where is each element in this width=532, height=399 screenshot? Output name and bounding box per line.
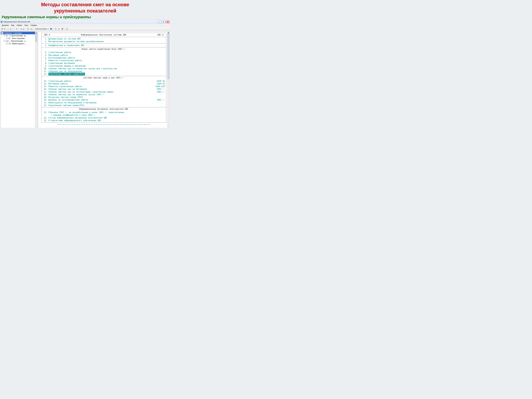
svg-point-12 [55,28,56,29]
scroll-up-icon[interactable]: ▴ [167,32,170,33]
main-scrollbar-v[interactable]: ▴ ▾ [167,32,170,128]
close-button[interactable] [166,20,170,23]
block5-title: Информационные материалы пользователя АВ… [42,107,166,111]
svg-text:Fx: Fx [2,28,3,30]
chevron-down-icon[interactable]: ▾ [10,28,11,30]
folder-icon[interactable] [57,27,61,30]
tree-item[interactable]: +8. Конструкции… [1,37,37,40]
svg-rect-3 [163,21,164,22]
tree-expand-icon[interactable]: + [6,37,8,39]
doc-item[interactable]: 4.Строительные работы [43,51,165,54]
doc-item[interactable]: 18.Сборник сметных цен на перевозки груз… [43,93,165,96]
search-icon[interactable] [54,27,57,30]
svg-rect-8 [23,29,24,30]
slide-title: Методы составления смет на основе укрупн… [0,2,170,14]
titlebar: A Информационное обеспечение АВС [0,20,170,24]
main-header: АВС-4 Информационное обеспечение системы… [42,33,166,37]
app-window: A Информационное обеспечение АВС Докумен… [0,20,170,128]
window-title: Информационное обеспечение АВС [3,21,157,23]
svg-text:A: A [1,21,2,23]
doc-item[interactable]: 6.Пусконаладочные работы [43,57,165,59]
sidebar-scrollbar-v[interactable]: ▴ ▾ [35,32,37,128]
minimize-button[interactable] [157,20,161,23]
doc-item[interactable]: 10.Сборник сметных цен на перевозки груз… [43,67,165,70]
scrollbar-thumb[interactable] [35,33,37,42]
menu-справка[interactable]: Справка [30,24,38,27]
slide-subtitle: Укрупненные сметные нормы и прейскуранты [1,15,170,19]
doc-item[interactable]: 25.О подсистеме информационного обеспече… [43,119,165,122]
scroll-up-icon[interactable]: ▴ [35,32,37,33]
chevron-down-icon[interactable]: ▾ [4,28,5,30]
doc-item[interactable]: 15.Ремонтно-строительные работыСНиР-91Р [43,85,165,88]
chevron-down-icon[interactable]: ▾ [16,28,17,30]
exit-icon[interactable] [66,27,69,30]
doc-item[interactable]: 20.Ценники на пусконаладочные работы1991… [43,99,165,101]
footer-separator: =-=-=-=-=-=-=-=-=-=-=-=-=-=-=-=-=-=-=-=-… [41,123,166,126]
svg-point-9 [27,28,29,29]
scroll-down-icon[interactable]: ▾ [167,127,170,128]
doc-item[interactable]: 3.Кодификаторы и справочники АВС [43,44,165,47]
menubar: ДокументВидСервисОкноСправка [0,24,170,27]
chevron-down-icon[interactable]: ▾ [21,28,22,30]
main-panel: АВС-4 Информационное обеспечение системы… [38,32,170,128]
document-icon[interactable]: Fx [1,27,4,30]
region-label: Сметный район: 1 [35,28,49,30]
refresh-icon[interactable] [7,27,10,30]
scrollbar-thumb[interactable] [167,33,169,79]
doc-item[interactable]: 17.Сборник сметных цен на эксплуатацию с… [43,91,165,93]
doc-item[interactable]: 12.Укрупненные сметные нормы(УСН) [43,73,165,75]
menu-сервис[interactable]: Сервис [16,24,23,27]
menu-вид[interactable]: Вид [10,24,15,27]
toolbar: Fx ▾ ▾ ▾ ▾ Сметный район: 1 [0,27,170,31]
tree-item[interactable]: +Т1 Прейскурант… [1,42,37,45]
maximize-button[interactable] [161,20,165,23]
svg-line-13 [56,29,56,30]
doc-item[interactable]: 24.Состав информационных материалов поль… [43,116,165,119]
doc-item-continuation: с помощью коэффициентов в цены 2001 г. [43,114,165,116]
tree-item[interactable]: +4. Строительные р… [1,34,37,37]
home-icon[interactable] [22,27,25,30]
doc-item[interactable]: 2.Методические документы системы ценообр… [43,40,165,43]
doc-item[interactable]: 19.Ресурсные сметные нормы (РСН) [43,96,165,99]
folder-open-icon[interactable] [30,27,33,30]
tree-expand-icon[interactable]: + [4,40,6,42]
doc-item[interactable]: 8.Строительные материалы [43,62,165,64]
tree-expand-icon[interactable]: + [6,43,8,44]
app-icon: A [0,21,3,23]
zoom-icon[interactable] [27,27,30,30]
tree-item[interactable]: +12. Укрупненные с… [1,40,37,42]
block3-title: Новая сметно-нормативная база 2001 г. [42,47,166,51]
doc-item[interactable]: 7.Ремонтно-строительные работы [43,59,165,62]
tree-sidebar: −Главная страница+4. Строительные р…+8. … [1,32,37,128]
doc-item[interactable]: 14.Монтажные работыСНиР-91 [43,82,165,85]
tree-root[interactable]: −Главная страница [1,32,37,34]
database-icon[interactable] [61,27,64,30]
menu-окно[interactable]: Окно [23,24,29,27]
doc-item[interactable]: 16.Сборник сметных цен на материалы1991 … [43,88,165,90]
doc-item[interactable]: 22.Укрупненные сметные нормы(УСН) [43,104,165,107]
doc-item[interactable]: 1.Документация по системе АВС [43,38,165,40]
doc-item[interactable]: 13.Строительные работыСНиР-91 [43,80,165,82]
doc-item[interactable]: 21.Прейскуранты на оборудование и матери… [43,101,165,104]
doc-item[interactable]: 5.Монтажные работы [43,54,165,57]
doc-item[interactable]: 11.Сборники цен на оборудование [43,70,165,73]
doc-item[interactable]: 23.Сборники 1991 г. не разработанные в ц… [43,111,165,114]
redo-icon[interactable] [17,27,20,30]
tree-collapse-icon[interactable]: − [1,32,3,34]
svg-line-10 [28,29,29,30]
undo-icon[interactable] [13,27,16,30]
block4-title: Система сметных норм и цен 1991 г. [42,76,166,79]
doc-item[interactable]: 9.Строительные машины и механизмы [43,65,165,67]
tree-expand-icon[interactable]: + [4,35,6,37]
globe-icon[interactable] [50,27,52,30]
menu-документ[interactable]: Документ [1,24,10,27]
